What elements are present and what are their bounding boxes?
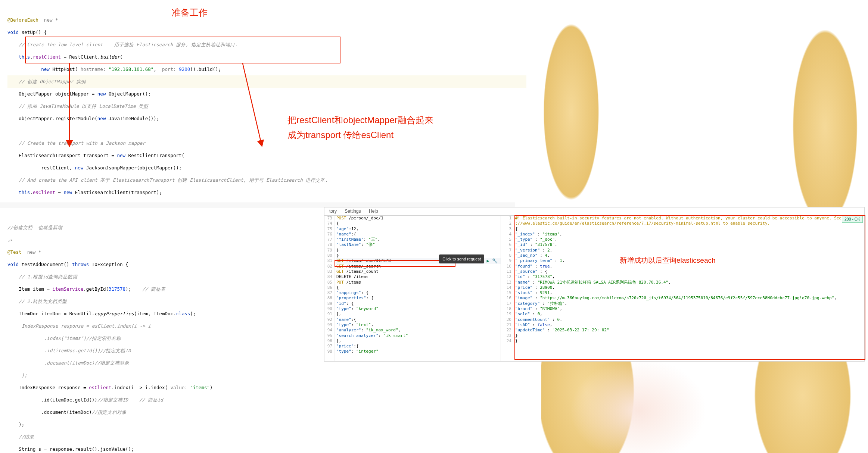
kw-void: void	[7, 29, 19, 35]
comment: // 创建 ObjectMapper 实例	[19, 79, 86, 84]
field-restclient: restClient	[33, 54, 61, 60]
status-badge: 200 - OK	[842, 215, 863, 223]
menu-help[interactable]: Help	[365, 207, 382, 215]
run-tooltip: Click to send request	[439, 254, 484, 263]
field-esclient: esClient	[33, 190, 55, 195]
comment-block: IndexResponse response = esClient.index(…	[19, 323, 151, 329]
run-request-icon[interactable]: ▶ 🔧	[487, 258, 498, 263]
comment: // And create the API client 基于 Elastics…	[19, 177, 328, 183]
param-port: port:	[162, 66, 176, 72]
comment: // Create the low-level client 用于连接 Elas…	[19, 42, 237, 47]
annotation-test: @Test	[7, 249, 22, 255]
kibana-menu: tory Settings Help	[324, 207, 864, 216]
response-gutter: 123456789101112131415161718192021222324	[501, 216, 514, 361]
comment: // 添加 JavaTimeModule 以支持 LocalDateTime 类…	[19, 103, 148, 109]
comment: //创建文档 也就是新增	[7, 225, 62, 230]
annotation-beforeeach: @BeforeEach	[7, 17, 38, 23]
sig-setup: setUp() {	[19, 29, 47, 35]
response-viewer[interactable]: 200 - OK #! Elasticsearch built-in secur…	[514, 216, 864, 361]
kibana-devtools-panel: tory Settings Help 737475767778798081828…	[324, 207, 865, 362]
gutter-icon: ⌄▸	[7, 237, 13, 243]
kw-this: this	[19, 54, 30, 60]
request-editor[interactable]: Click to send request POST /person/_doc/…	[335, 216, 501, 361]
comment: // 1.根据id查询商品数据	[19, 274, 77, 279]
comment: //结果	[19, 434, 34, 440]
hint-new: new *	[27, 249, 41, 255]
code-editor-setup[interactable]: @BeforeEach new * void setUp() { // Crea…	[7, 1, 526, 211]
hint-new: new *	[44, 17, 58, 23]
menu-settings[interactable]: Settings	[341, 207, 364, 215]
request-gutter: 7374757677787980818283848586878889909192…	[324, 216, 335, 361]
ip-string: "192.168.101.68"	[109, 66, 153, 72]
param-hostname: hostname:	[81, 66, 106, 72]
comment: // Create the transport with a Jackson m…	[19, 140, 145, 146]
menu-history[interactable]: tory	[326, 207, 340, 215]
port-number: 9200	[179, 66, 190, 72]
comment: // 2.转换为文档类型	[19, 299, 67, 304]
